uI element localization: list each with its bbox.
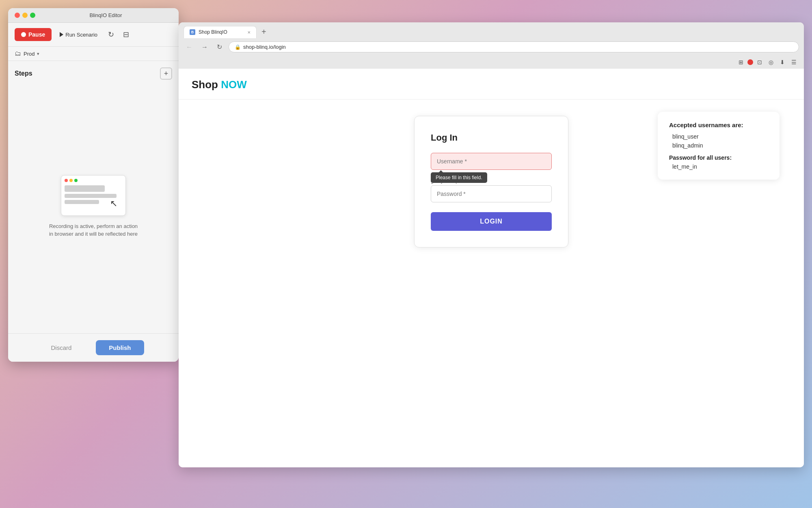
steps-title: Steps	[15, 70, 32, 77]
record-icon	[747, 59, 753, 65]
steps-section: Steps + ↖ Recording is active, perform	[8, 61, 179, 333]
pointer-icon-button[interactable]: ⊡	[755, 57, 764, 67]
download-icon-button[interactable]: ⬇	[777, 57, 787, 67]
editor-titlebar: BlinqIO Editor	[8, 8, 179, 23]
browser-window: B Shop BlinqIO × + ← → ↻ 🔒 shop-blinq.io…	[179, 22, 804, 467]
eye-icon-button[interactable]: ◎	[766, 57, 776, 67]
password-field-container	[431, 185, 552, 202]
back-button[interactable]: ←	[184, 42, 195, 52]
refresh-button[interactable]: ↻	[106, 28, 117, 41]
address-input[interactable]: 🔒 shop-blinq.io/login	[229, 41, 799, 52]
traffic-light-red[interactable]	[15, 13, 20, 18]
pause-button[interactable]: Pause	[15, 28, 52, 41]
browser-tab-active[interactable]: B Shop BlinqIO ×	[184, 26, 257, 38]
shop-title-part1: Shop	[192, 78, 221, 91]
browser-toolbar-icons: ⊞ ⊡ ◎ ⬇ ☰	[179, 56, 804, 69]
info-card-password-section: Password for all users: let_me_in	[669, 154, 768, 170]
menu-icon-button[interactable]: ☰	[789, 57, 799, 67]
tab-title: Shop BlinqIO	[199, 29, 227, 35]
recording-placeholder: ↖ Recording is active, perform an action…	[15, 86, 172, 327]
new-tab-button[interactable]: +	[258, 26, 270, 38]
password-input[interactable]	[431, 185, 552, 202]
login-card: Log In Please fill in this field. getByL…	[414, 116, 568, 247]
info-card-title: Accepted usernames are:	[669, 122, 768, 128]
run-scenario-label: Run Scenario	[65, 32, 97, 38]
username-field-container: Please fill in this field.	[431, 153, 552, 170]
address-bar: ← → ↻ 🔒 shop-blinq.io/login	[179, 38, 804, 56]
username-input[interactable]	[431, 153, 552, 170]
thumb-dot-red	[65, 179, 68, 182]
chevron-down-icon: ▾	[37, 51, 39, 56]
run-scenario-button[interactable]: Run Scenario	[56, 29, 102, 40]
shop-title: Shop NOW	[192, 78, 247, 91]
login-title: Log In	[431, 132, 552, 143]
info-card-user-1: blinq_user	[669, 133, 768, 140]
tab-close-button[interactable]: ×	[247, 29, 251, 35]
editor-toolbar: Pause Run Scenario ↻ ⊟	[8, 23, 179, 47]
browser-page-content: Log In Please fill in this field. getByL…	[179, 100, 804, 264]
thumb-dot-green	[74, 179, 78, 182]
shop-header: Shop NOW	[179, 69, 804, 100]
steps-header: Steps +	[15, 67, 172, 80]
env-label: Prod	[24, 51, 35, 57]
traffic-light-green[interactable]	[30, 13, 35, 18]
info-card-password-value: let_me_in	[669, 163, 768, 170]
thumb-dot-yellow	[69, 179, 73, 182]
recording-text: Recording is active, perform an action i…	[49, 222, 138, 238]
grid-icon-button[interactable]: ⊞	[736, 57, 746, 67]
play-icon	[60, 32, 63, 37]
lock-icon: 🔒	[235, 44, 241, 50]
browser-content: Shop NOW Log In Please fill in this fiel…	[179, 69, 804, 467]
traffic-lights	[15, 13, 35, 18]
editor-title: BlinqIO Editor	[39, 12, 172, 18]
shop-title-now: NOW	[221, 78, 247, 91]
editor-panel: BlinqIO Editor Pause Run Scenario ↻ ⊟ 🗂 …	[8, 8, 179, 362]
info-card-password-label: Password for all users:	[669, 154, 768, 161]
editor-footer: Discard Publish	[8, 333, 179, 362]
browser-thumbnail: ↖	[61, 175, 126, 216]
thumb-bar-short	[65, 200, 99, 204]
login-button[interactable]: LOGIN	[431, 212, 552, 231]
folder-icon: 🗂	[15, 50, 21, 57]
traffic-light-yellow[interactable]	[22, 13, 28, 18]
add-step-button[interactable]: +	[160, 67, 172, 80]
browser-chrome: B Shop BlinqIO × + ← → ↻ 🔒 shop-blinq.io…	[179, 22, 804, 69]
browser-tabs: B Shop BlinqIO × +	[179, 22, 804, 38]
forward-button[interactable]: →	[199, 42, 210, 52]
pause-label: Pause	[28, 31, 45, 38]
pause-icon	[21, 32, 26, 37]
reload-button[interactable]: ↻	[214, 41, 225, 52]
publish-button[interactable]: Publish	[96, 340, 144, 355]
cursor-icon: ↖	[110, 198, 117, 209]
info-card-user-2: blinq_admin	[669, 142, 768, 149]
layout-button[interactable]: ⊟	[121, 28, 132, 41]
editor-env: 🗂 Prod ▾	[8, 47, 179, 61]
thumb-dots	[65, 179, 122, 182]
tab-favicon: B	[190, 29, 195, 35]
url-text: shop-blinq.io/login	[243, 44, 286, 50]
thumb-bar-wide	[65, 185, 105, 192]
info-card: Accepted usernames are: blinq_user blinq…	[658, 112, 780, 180]
discard-button[interactable]: Discard	[43, 340, 80, 355]
tooltip-popup: Please fill in this field.	[431, 172, 487, 183]
thumb-bar-mid	[65, 194, 117, 198]
